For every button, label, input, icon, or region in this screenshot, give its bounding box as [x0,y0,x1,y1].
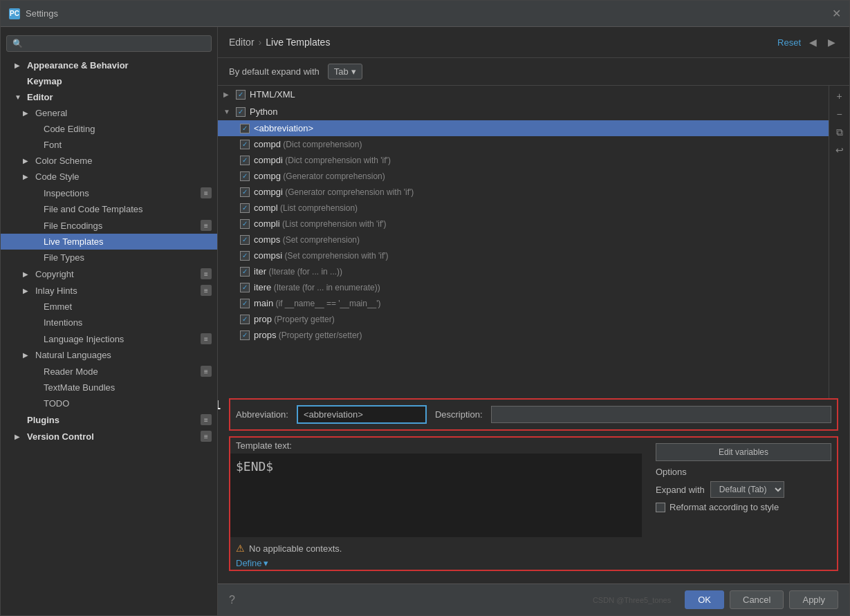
sidebar-item-copyright[interactable]: ▶ Copyright ≡ [1,265,217,282]
template-text-editor[interactable]: $END$ [230,454,642,537]
sidebar-item-inlay-hints[interactable]: ▶ Inlay Hints ≡ [1,282,217,299]
group-checkbox[interactable] [236,90,246,100]
item-checkbox[interactable] [240,203,250,213]
chevron-down-icon: ▾ [264,558,268,568]
sidebar-item-version-control[interactable]: ▶ Version Control ≡ [1,428,217,445]
reformat-label: Reformat according to style [669,502,779,512]
chevron-down-icon: ▾ [351,66,356,77]
sidebar-item-natural-languages[interactable]: ▶ Natural Languages [1,347,217,363]
tree-item-prop[interactable]: prop (Property getter) [218,311,829,327]
sidebar-item-file-code-templates[interactable]: File and Code Templates [1,201,217,217]
item-checkbox[interactable] [240,267,250,277]
sidebar-item-inspections[interactable]: Inspections ≡ [1,185,217,201]
sidebar-item-code-style[interactable]: ▶ Code Style [1,169,217,185]
tree-item-compdi[interactable]: compdi (Dict comprehension with 'if') [218,152,829,168]
group-checkbox[interactable] [236,107,246,117]
item-checkbox[interactable] [240,330,250,340]
item-checkbox[interactable] [240,187,250,197]
reformat-checkbox[interactable] [656,503,665,512]
sidebar-item-plugins[interactable]: Plugins ≡ [1,411,217,428]
edit-variables-button[interactable]: Edit variables [656,443,831,461]
sidebar-item-label: File Encodings [44,221,102,231]
item-checkbox[interactable] [240,283,250,292]
sidebar-item-todo[interactable]: TODO [1,395,217,411]
sidebar-item-label: Copyright [35,269,74,279]
sidebar-item-file-types[interactable]: File Types [1,250,217,265]
breadcrumb-separator: › [259,37,262,48]
template-text-section: Template text: $END$ ⚠ No applicable con… [230,438,642,570]
item-label: compli (List comprehension with 'if') [254,218,387,229]
sidebar-item-keymap[interactable]: Keymap [1,73,217,89]
sidebar-item-live-templates[interactable]: Live Templates [1,234,217,250]
sidebar-item-color-scheme[interactable]: ▶ Color Scheme [1,153,217,169]
expand-with-label: Expand with [656,485,705,495]
back-button[interactable]: ◀ [806,35,820,49]
badge-icon: ≡ [201,333,212,344]
sidebar-item-font[interactable]: Font [1,137,217,153]
close-button[interactable]: ✕ [832,7,841,20]
group-html-xml[interactable]: ▶ HTML/XML [218,86,829,103]
ok-button[interactable]: OK [685,590,724,609]
description-input[interactable] [491,406,831,423]
tree-item-main[interactable]: main (if __name__ == '__main__') [218,295,829,311]
item-checkbox[interactable] [240,315,250,324]
title-bar-left: PC Settings [9,8,58,19]
toolbar: By default expand with Tab ▾ [218,58,849,86]
badge-icon: ≡ [201,414,212,425]
settings-window: PC Settings ✕ ▶ Appearance & Behavior Ke… [0,0,850,616]
revert-template-button[interactable]: ↩ [832,142,847,158]
sidebar-item-language-injections[interactable]: Language Injections ≡ [1,330,217,347]
cancel-button[interactable]: Cancel [730,590,784,609]
tree-item-compl[interactable]: compl (List comprehension) [218,200,829,216]
tree-item-compgi[interactable]: compgi (Generator comprehension with 'if… [218,184,829,200]
item-checkbox[interactable] [240,299,250,308]
define-link-row: Define ▾ [230,557,642,570]
title-bar: PC Settings ✕ [1,1,849,27]
sidebar-item-appearance[interactable]: ▶ Appearance & Behavior [1,57,217,73]
sidebar-item-label: TextMate Bundles [44,382,115,393]
sidebar-item-emmet[interactable]: Emmet [1,299,217,315]
item-checkbox[interactable] [240,235,250,245]
search-input[interactable] [6,35,212,52]
add-template-button[interactable]: + [832,88,847,104]
tree-item-compsi[interactable]: compsi (Set comprehension with 'if') [218,248,829,263]
sidebar-item-code-editing[interactable]: Code Editing [1,121,217,137]
main-content: ▶ Appearance & Behavior Keymap ▼ Editor … [1,27,849,615]
define-link[interactable]: Define ▾ [236,558,636,568]
tree-item-iter[interactable]: iter (Iterate (for ... in ...)) [218,263,829,279]
sidebar-item-general[interactable]: ▶ General [1,105,217,121]
sidebar-item-label: Live Templates [44,236,103,247]
tree-item-comps[interactable]: comps (Set comprehension) [218,232,829,248]
sidebar-item-intentions[interactable]: Intentions [1,315,217,330]
expand-dropdown[interactable]: Tab ▾ [328,64,362,80]
item-checkbox[interactable] [240,171,250,181]
expand-with-select[interactable]: Default (Tab) [710,481,784,498]
tree-item-props[interactable]: props (Property getter/setter) [218,327,829,343]
help-button[interactable]: ? [229,594,235,606]
item-checkbox[interactable] [240,219,250,229]
abbreviation-input[interactable] [297,405,427,424]
tree-item-abbreviation[interactable]: <abbreviation> [218,120,829,136]
reset-button[interactable]: Reset [777,37,801,48]
tree-item-itere[interactable]: itere (Iterate (for ... in enumerate)) [218,279,829,295]
group-python[interactable]: ▼ Python [218,103,829,120]
forward-button[interactable]: ▶ [825,35,838,49]
item-checkbox[interactable] [240,140,250,149]
copy-template-button[interactable]: ⧉ [832,124,847,140]
item-checkbox[interactable] [240,124,250,133]
apply-button[interactable]: Apply [789,590,838,609]
item-checkbox[interactable] [240,156,250,165]
item-checkbox[interactable] [240,251,250,261]
tree-item-compd[interactable]: compd (Dict comprehension) [218,136,829,152]
remove-template-button[interactable]: − [832,106,847,122]
tree-item-compg[interactable]: compg (Generator comprehension) [218,168,829,184]
sidebar-item-editor[interactable]: ▼ Editor [1,89,217,105]
tree-item-compli[interactable]: compli (List comprehension with 'if') [218,216,829,232]
warning-row: ⚠ No applicable contexts. [230,540,642,557]
sidebar-item-file-encodings[interactable]: File Encodings ≡ [1,217,217,234]
abbreviation-description-row: 1 Abbreviation: Description: [229,398,838,431]
tree-side-toolbar: + − ⧉ ↩ [829,86,849,398]
sidebar-item-reader-mode[interactable]: Reader Mode ≡ [1,363,217,380]
define-label: Define [236,558,262,568]
sidebar-item-textmate-bundles[interactable]: TextMate Bundles [1,380,217,395]
